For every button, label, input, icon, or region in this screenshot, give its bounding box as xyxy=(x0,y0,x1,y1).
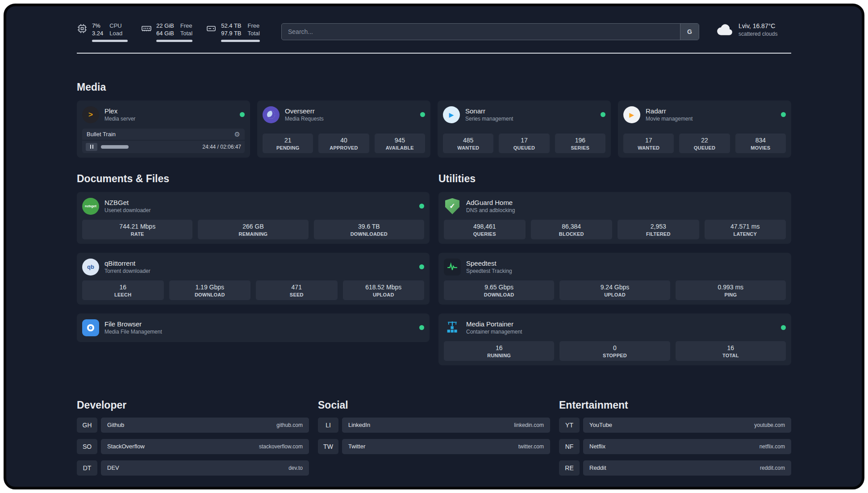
search-provider-button[interactable]: G xyxy=(680,24,699,40)
bookmark-url: stackoverflow.com xyxy=(259,443,303,450)
memory-label-2: Total xyxy=(180,30,192,38)
bookmark-group-entertainment: Entertainment YT YouTubeyoutube.com NF N… xyxy=(559,399,791,476)
bookmark-dev[interactable]: DT DEVdev.to xyxy=(77,460,309,476)
bookmark-abbr: YT xyxy=(559,418,580,433)
bookmark-name: StackOverflow xyxy=(107,443,145,450)
stat-value: 17 xyxy=(501,137,547,144)
speedtest-card: Speedtest Speedtest Tracking 9.65 GbpsDO… xyxy=(438,253,791,305)
stat-label: QUEUED xyxy=(681,145,728,150)
search-input[interactable] xyxy=(281,23,699,40)
stat-label: QUEUED xyxy=(501,145,547,150)
stat-available: 945AVAILABLE xyxy=(375,134,425,153)
app-name: Media Portainer xyxy=(466,320,522,328)
stat-value: 16 xyxy=(84,284,162,291)
stat-value: 86,384 xyxy=(533,223,611,230)
bookmark-reddit[interactable]: RE Redditreddit.com xyxy=(559,460,791,476)
stat-label: SERIES xyxy=(557,145,604,150)
disk-widget: 52.4 TB97.9 TB FreeTotal xyxy=(206,22,260,42)
stat-label: UPLOAD xyxy=(345,292,423,297)
bookmark-name: Netflix xyxy=(589,443,605,450)
bookmark-linkedin[interactable]: LI LinkedInlinkedin.com xyxy=(318,418,550,433)
plex-app-link[interactable]: > Plex Media server xyxy=(82,105,245,125)
bookmark-name: Twitter xyxy=(348,443,365,450)
heartbeat-icon xyxy=(447,261,458,273)
bookmark-github[interactable]: GH Githubgithub.com xyxy=(77,418,309,433)
filebrowser-icon xyxy=(82,319,99,336)
playback-progress-fill xyxy=(101,145,129,149)
speedtest-app-link[interactable]: Speedtest Speedtest Tracking xyxy=(444,257,786,277)
app-desc: Usenet downloader xyxy=(104,207,150,213)
stat-value: 39.6 TB xyxy=(316,223,422,230)
stat-value: 0 xyxy=(561,344,668,351)
plex-icon: > xyxy=(82,106,99,123)
sonarr-app-link[interactable]: ▶ Sonarr Series management xyxy=(443,105,605,125)
bookmark-stackoverflow[interactable]: SO StackOverflowstackoverflow.com xyxy=(77,439,309,454)
stat-value: 0.993 ms xyxy=(677,284,784,291)
bookmark-netflix[interactable]: NF Netflixnetflix.com xyxy=(559,439,791,454)
weather-location: Lviv, 16.87°C xyxy=(739,22,777,29)
cpu-widget: 7%3.24 CPULoad xyxy=(77,22,128,42)
app-name: Sonarr xyxy=(465,107,513,115)
portainer-app-link[interactable]: Media Portainer Container management xyxy=(444,318,786,338)
stat-value: 266 GB xyxy=(200,223,306,230)
stat-label: AVAILABLE xyxy=(376,145,423,150)
stat-value: 834 xyxy=(737,137,784,144)
stat-label: APPROVED xyxy=(320,145,367,150)
bookmark-name: DEV xyxy=(107,464,119,471)
bookmark-url: youtube.com xyxy=(754,422,785,428)
app-desc: Media File Management xyxy=(104,329,162,335)
status-dot xyxy=(419,325,424,330)
bookmark-twitter[interactable]: TW Twittertwitter.com xyxy=(318,439,550,454)
filebrowser-app-link[interactable]: File Browser Media File Management xyxy=(82,318,424,338)
stat-value: 9.65 Gbps xyxy=(446,284,552,291)
dashboard-page: 7%3.24 CPULoad 22 GiB64 GiB FreeTotal xyxy=(6,6,862,487)
portainer-crane-icon xyxy=(445,320,460,335)
stat-label: QUERIES xyxy=(446,231,524,237)
stat-label: DOWNLOADED xyxy=(316,231,422,237)
app-name: NZBGet xyxy=(104,199,150,206)
stat-label: DOWNLOAD xyxy=(171,292,249,297)
stat-value: 22 xyxy=(681,137,728,144)
bookmark-abbr: NF xyxy=(559,439,580,454)
app-desc: Speedtest Tracking xyxy=(466,268,512,274)
sonarr-icon: ▶ xyxy=(443,106,460,123)
qbittorrent-app-link[interactable]: qb qBittorrent Torrent downloader xyxy=(82,257,424,277)
cpu-label-2: Load xyxy=(109,30,122,38)
pause-button[interactable] xyxy=(86,143,97,151)
stat-label: LATENCY xyxy=(706,231,785,237)
utilities-column: Utilities ✓ AdGuard Home DNS and adblock… xyxy=(438,173,791,374)
nzbget-stats: 744.21 MbpsRATE 266 GBREMAINING 39.6 TBD… xyxy=(82,220,424,239)
overseerr-app-link[interactable]: Overseerr Media Requests xyxy=(263,105,425,125)
cpu-usage-bar xyxy=(92,40,128,42)
stat-wanted: 485WANTED xyxy=(443,134,493,153)
stat-label: RUNNING xyxy=(446,353,552,358)
app-desc: Media Requests xyxy=(285,116,324,122)
adguard-app-link[interactable]: ✓ AdGuard Home DNS and adblocking xyxy=(444,196,786,216)
radarr-icon: ▶ xyxy=(623,106,640,123)
stat-download: 9.65 GbpsDOWNLOAD xyxy=(444,280,554,300)
portainer-stats: 16RUNNING 0STOPPED 16TOTAL xyxy=(444,341,786,361)
filebrowser-card: File Browser Media File Management xyxy=(77,313,430,342)
nzbget-app-link[interactable]: nzbget NZBGet Usenet downloader xyxy=(82,196,424,216)
stat-seed: 471SEED xyxy=(256,280,338,300)
bookmark-url: netflix.com xyxy=(760,443,785,450)
app-desc: Container management xyxy=(466,329,522,335)
radarr-app-link[interactable]: ▶ Radarr Movie management xyxy=(623,105,786,125)
bookmark-url: linkedin.com xyxy=(514,422,544,428)
section-title-entertainment: Entertainment xyxy=(559,399,791,411)
overseerr-stats: 21PENDING 40APPROVED 945AVAILABLE xyxy=(263,134,425,153)
disk-total: 97.9 TB xyxy=(221,30,241,38)
radarr-card: ▶ Radarr Movie management 17WANTED 22QUE… xyxy=(618,100,791,158)
bookmark-url: github.com xyxy=(276,422,303,428)
cpu-icon xyxy=(77,23,88,34)
stat-label: PING xyxy=(677,292,784,297)
section-title-documents: Documents & Files xyxy=(77,173,430,185)
sonarr-stats: 485WANTED 17QUEUED 196SERIES xyxy=(443,134,605,153)
bookmark-youtube[interactable]: YT YouTubeyoutube.com xyxy=(559,418,791,433)
app-desc: Movie management xyxy=(646,116,693,122)
bookmark-abbr: LI xyxy=(318,418,338,433)
gear-icon[interactable]: ⚙ xyxy=(234,131,240,138)
playback-time: 24:44 / 02:06:47 xyxy=(202,144,241,150)
stat-latency: 47.571 msLATENCY xyxy=(705,220,786,239)
stat-downloaded: 39.6 TBDOWNLOADED xyxy=(314,220,424,239)
